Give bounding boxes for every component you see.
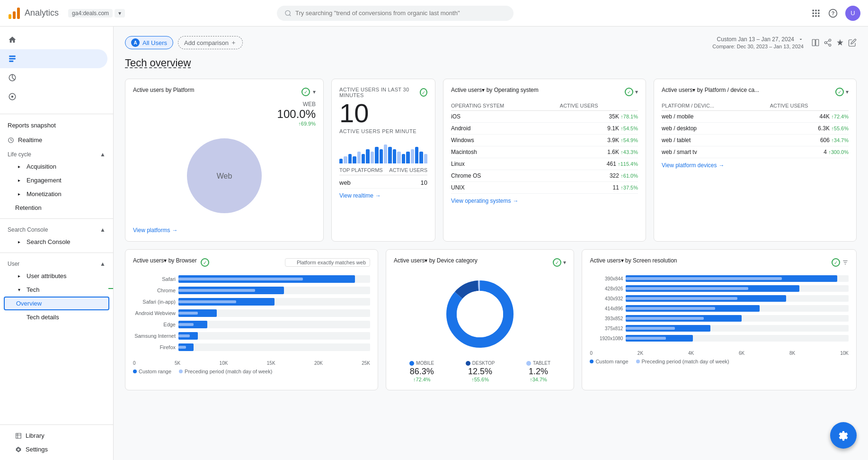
chevron-up-icon: ▲ <box>100 261 106 267</box>
device-legend: MOBILE 86.3% ↑72.4% DESKTOP 12.5% ↑55.6%… <box>394 361 566 382</box>
property-selector[interactable]: ga4:deals.com ▾ <box>68 9 125 18</box>
library-icon <box>15 433 22 439</box>
sidebar-item-reports[interactable] <box>0 49 107 68</box>
search-input[interactable] <box>295 9 506 17</box>
screen-res-card: Active users▾ by Screen resolution ✓ 390… <box>582 249 857 390</box>
dropdown-icon[interactable]: ▾ <box>635 89 638 95</box>
sidebar-item-settings[interactable]: Settings <box>0 442 113 456</box>
sidebar-item-user-attributes[interactable]: ▸ User attributes <box>0 269 113 283</box>
device-legend-item: TABLET 1.2% ↑34.7% <box>526 361 550 382</box>
res-title: Active users▾ by Screen resolution <box>590 257 677 264</box>
device-stat-value: 1.2% <box>526 367 550 377</box>
platform-row-web: web 10 <box>339 177 427 189</box>
device-header: Active users▾ by Device category ✓ ▾ <box>394 257 566 268</box>
columns-icon[interactable] <box>811 38 820 47</box>
topbar-actions: ? U <box>811 6 860 21</box>
dropdown-icon[interactable]: ▾ <box>313 89 316 95</box>
browser-header: Active users▾ by Browser ✓ Platform exac… <box>133 257 370 268</box>
share-icon[interactable] <box>824 38 832 47</box>
sidebar-item-explore[interactable] <box>0 68 107 87</box>
view-realtime-link[interactable]: View realtime → <box>339 192 427 199</box>
mini-bar-item <box>406 152 409 163</box>
help-icon[interactable]: ? <box>828 9 838 18</box>
arrow-icon: ▸ <box>15 273 23 279</box>
view-platforms-link[interactable]: View platforms → <box>133 227 316 234</box>
sidebar-item-reports-snapshot[interactable]: Reports snapshot <box>0 118 113 133</box>
mini-bar-item <box>415 147 418 163</box>
os-title: Active users▾ by Operating system <box>451 87 539 93</box>
sidebar-section-search-console[interactable]: Search Console ▲ <box>0 223 113 235</box>
donut-container <box>394 271 566 357</box>
view-pd-link[interactable]: View platform devices → <box>662 162 849 169</box>
filter-icon[interactable] <box>842 259 849 266</box>
sidebar-section-lifecycle[interactable]: Life cycle ▲ <box>0 147 113 160</box>
check-icon: ✓ <box>301 88 310 96</box>
sidebar-item-advertising[interactable] <box>0 87 107 106</box>
search-bar[interactable] <box>277 6 514 21</box>
edit-icon[interactable] <box>848 38 857 47</box>
sidebar-item-overview[interactable]: Overview <box>4 297 109 310</box>
web-label-top: WEB <box>277 101 316 108</box>
date-dropdown-icon[interactable] <box>798 36 804 42</box>
mini-bar-item <box>366 149 369 163</box>
sidebar-item-home[interactable] <box>0 30 107 49</box>
mini-bar-item <box>397 152 400 163</box>
os-card-header: Active users▾ by Operating system ✓ ▾ <box>451 87 638 97</box>
sidebar-section-user[interactable]: User ▲ <box>0 257 113 269</box>
svg-rect-0 <box>9 14 11 19</box>
settings-fab[interactable] <box>830 422 857 449</box>
add-comparison-btn[interactable]: Add comparison ＋ <box>178 36 243 49</box>
browser-bar-row: Safari (in-app) <box>133 298 370 306</box>
pd-controls[interactable]: ✓ ▾ <box>835 88 849 96</box>
avatar[interactable]: U <box>845 6 860 21</box>
dropdown-icon[interactable]: ▾ <box>846 89 849 95</box>
svg-rect-18 <box>9 61 13 62</box>
sidebar-item-monetization[interactable]: ▸ Monetization <box>0 187 113 201</box>
sparkle-icon[interactable] <box>836 38 844 47</box>
arrow-icon: ▸ <box>15 191 23 197</box>
mini-bar-chart <box>339 140 427 163</box>
device-controls[interactable]: ✓ ▾ <box>553 258 566 267</box>
sidebar-item-library[interactable]: Library <box>0 429 113 442</box>
sidebar-item-retention[interactable]: Retention <box>0 201 113 215</box>
web-change: ↑69.9% <box>277 121 316 126</box>
logo: Analytics <box>8 7 59 20</box>
realtime-card-header: ACTIVE USERS IN LAST 30 MINUTES ✓ <box>339 87 427 98</box>
mini-bar-item <box>411 149 414 163</box>
main-content: A All Users Add comparison ＋ Custom Jan … <box>114 27 868 460</box>
sidebar-item-search-console[interactable]: ▸ Search Console <box>0 235 113 249</box>
res-bar-row: 428x926 <box>590 285 849 292</box>
sidebar-item-tech-details[interactable]: Tech details <box>0 310 113 324</box>
dropdown-icon[interactable]: ▾ <box>563 259 566 266</box>
sidebar-item-engagement[interactable]: ▸ Engagement <box>0 173 113 187</box>
all-users-chip[interactable]: A All Users <box>125 36 173 49</box>
mini-bar-item <box>375 147 378 163</box>
pd-row: web / tablet606 ↑34.7% <box>662 135 849 146</box>
os-controls[interactable]: ✓ ▾ <box>625 88 638 96</box>
view-os-link[interactable]: View operating systems → <box>451 198 638 204</box>
card-controls[interactable]: ✓ ▾ <box>301 88 316 96</box>
realtime-value: 10 <box>339 100 427 126</box>
os-row: Windows3.9K ↑54.9% <box>451 135 638 146</box>
web-pct: 100.0% <box>277 108 316 121</box>
sidebar-item-tech[interactable]: ▾ Tech <box>0 283 113 297</box>
grid-icon[interactable] <box>811 9 821 18</box>
sidebar-item-realtime[interactable]: Realtime <box>0 133 113 147</box>
browser-bar-row: Edge <box>133 321 370 328</box>
device-card: Active users▾ by Device category ✓ ▾ <box>386 249 574 390</box>
sidebar-divider-1 <box>0 114 113 114</box>
pd-title: Active users▾ by Platform / device ca... <box>662 87 759 93</box>
sidebar-item-acquisition[interactable]: ▸ Acquisition <box>0 160 113 173</box>
res-controls[interactable]: ✓ <box>832 258 849 267</box>
check-icon: ✓ <box>835 88 844 96</box>
browser-filter[interactable]: Platform exactly matches web <box>285 258 370 267</box>
reports-icon <box>8 54 17 63</box>
svg-point-36 <box>457 291 503 337</box>
check-icon: ✓ <box>832 258 840 267</box>
svg-rect-10 <box>818 12 819 14</box>
donut-chart <box>442 276 518 352</box>
platform-card-title: Active users by Platform <box>133 87 194 93</box>
advertising-icon <box>8 92 17 101</box>
home-icon <box>8 35 17 45</box>
os-row: Macintosh1.6K ↑43.3% <box>451 146 638 158</box>
